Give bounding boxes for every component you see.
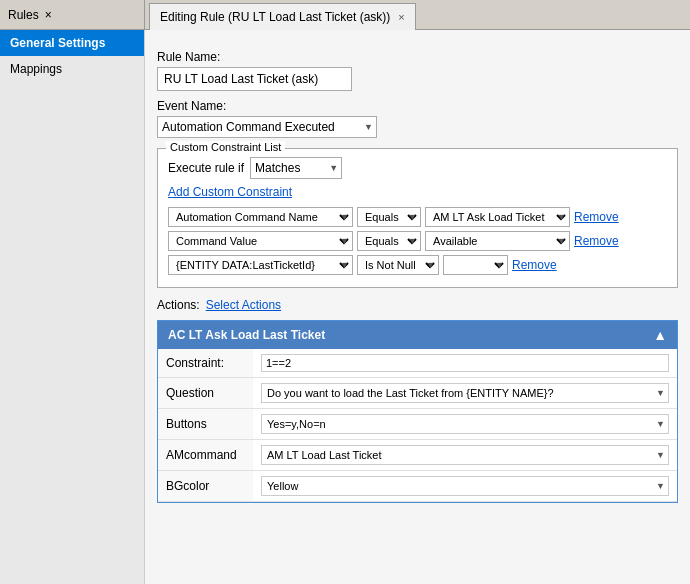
- execute-rule-label: Execute rule if: [168, 161, 244, 175]
- constraint-row-2: Automation Command Name Command Value {E…: [168, 255, 667, 275]
- remove-link-0[interactable]: Remove: [574, 210, 619, 224]
- action-row-question: Question Do you want to load the Last Ti…: [158, 378, 677, 409]
- tab-bar: Rules × Editing Rule (RU LT Load Last Ti…: [0, 0, 690, 30]
- constraint-box-title: Custom Constraint List: [166, 141, 285, 153]
- sidebar-general-label: General Settings: [10, 36, 105, 50]
- remove-link-2[interactable]: Remove: [512, 258, 557, 272]
- buttons-select-wrapper: Yes=y,No=n: [261, 414, 669, 434]
- sidebar-mappings-label: Mappings: [10, 62, 62, 76]
- value-select-0[interactable]: AM LT Ask Load Ticket: [425, 207, 570, 227]
- action-row-constraint: Constraint:: [158, 349, 677, 378]
- action-row-constraint-label: Constraint:: [158, 349, 253, 378]
- action-table: Constraint: Question Do you want to load…: [158, 349, 677, 502]
- action-row-question-label: Question: [158, 378, 253, 409]
- left-tab-close[interactable]: ×: [45, 8, 52, 22]
- field-select-wrapper-0: Automation Command Name Command Value {E…: [168, 207, 353, 227]
- action-row-bgcolor-label: BGcolor: [158, 471, 253, 502]
- question-select-wrapper: Do you want to load the Last Ticket from…: [261, 383, 669, 403]
- field-select-0[interactable]: Automation Command Name Command Value {E…: [168, 207, 353, 227]
- action-row-buttons-value: Yes=y,No=n: [253, 409, 677, 440]
- event-name-select[interactable]: Automation Command Executed: [157, 116, 377, 138]
- rule-name-input[interactable]: [157, 67, 352, 91]
- left-tab-label: Rules: [8, 8, 39, 22]
- value-select-2[interactable]: [443, 255, 508, 275]
- actions-row: Actions: Select Actions: [157, 298, 678, 312]
- action-block: AC LT Ask Load Last Ticket ▲ Constraint:…: [157, 320, 678, 503]
- matches-wrapper: Matches Not Matches: [250, 157, 342, 179]
- select-actions-link[interactable]: Select Actions: [206, 298, 281, 312]
- operator-select-wrapper-1: Equals Not Equals: [357, 231, 421, 251]
- actions-label: Actions:: [157, 298, 200, 312]
- action-row-amcommand-label: AMcommand: [158, 440, 253, 471]
- execute-rule-row: Execute rule if Matches Not Matches: [168, 157, 667, 179]
- action-row-amcommand: AMcommand AM LT Load Last Ticket: [158, 440, 677, 471]
- value-select-wrapper-1: Available: [425, 231, 570, 251]
- action-block-title: AC LT Ask Load Last Ticket: [168, 328, 325, 342]
- constraint-row-0: Automation Command Name Command Value {E…: [168, 207, 667, 227]
- sidebar: General Settings Mappings: [0, 30, 145, 584]
- amcommand-select[interactable]: AM LT Load Last Ticket: [261, 445, 669, 465]
- operator-select-wrapper-2: Equals Is Not Null Is Null: [357, 255, 439, 275]
- action-row-bgcolor-value: Yellow: [253, 471, 677, 502]
- constraint-value-input[interactable]: [261, 354, 669, 372]
- main-tab-close[interactable]: ×: [398, 11, 404, 23]
- app-container: Rules × Editing Rule (RU LT Load Last Ti…: [0, 0, 690, 584]
- event-name-wrapper: Automation Command Executed: [157, 116, 377, 138]
- left-tab[interactable]: Rules ×: [0, 0, 145, 29]
- action-row-bgcolor: BGcolor Yellow: [158, 471, 677, 502]
- bgcolor-select[interactable]: Yellow: [261, 476, 669, 496]
- amcommand-select-wrapper: AM LT Load Last Ticket: [261, 445, 669, 465]
- field-select-wrapper-1: Automation Command Name Command Value {E…: [168, 231, 353, 251]
- action-row-amcommand-value: AM LT Load Last Ticket: [253, 440, 677, 471]
- value-select-1[interactable]: Available: [425, 231, 570, 251]
- value-select-wrapper-2: [443, 255, 508, 275]
- sidebar-item-general-settings[interactable]: General Settings: [0, 30, 144, 56]
- question-select[interactable]: Do you want to load the Last Ticket from…: [261, 383, 669, 403]
- operator-select-2[interactable]: Equals Is Not Null Is Null: [357, 255, 439, 275]
- constraint-box: Custom Constraint List Execute rule if M…: [157, 148, 678, 288]
- action-block-collapse-icon[interactable]: ▲: [653, 327, 667, 343]
- action-row-buttons: Buttons Yes=y,No=n: [158, 409, 677, 440]
- rule-name-label: Rule Name:: [157, 50, 678, 64]
- sidebar-item-mappings[interactable]: Mappings: [0, 56, 144, 82]
- action-row-question-value: Do you want to load the Last Ticket from…: [253, 378, 677, 409]
- action-block-header: AC LT Ask Load Last Ticket ▲: [158, 321, 677, 349]
- bgcolor-select-wrapper: Yellow: [261, 476, 669, 496]
- remove-link-1[interactable]: Remove: [574, 234, 619, 248]
- field-select-wrapper-2: Automation Command Name Command Value {E…: [168, 255, 353, 275]
- value-select-wrapper-0: AM LT Ask Load Ticket: [425, 207, 570, 227]
- add-constraint-link[interactable]: Add Custom Constraint: [168, 185, 667, 199]
- content-area: Rule Name: Event Name: Automation Comman…: [145, 30, 690, 584]
- constraint-row-1: Automation Command Name Command Value {E…: [168, 231, 667, 251]
- action-row-buttons-label: Buttons: [158, 409, 253, 440]
- main-area: General Settings Mappings Rule Name: Eve…: [0, 30, 690, 584]
- operator-select-1[interactable]: Equals Not Equals: [357, 231, 421, 251]
- action-row-constraint-value: [253, 349, 677, 378]
- field-select-2[interactable]: Automation Command Name Command Value {E…: [168, 255, 353, 275]
- matches-select[interactable]: Matches Not Matches: [250, 157, 342, 179]
- field-select-1[interactable]: Automation Command Name Command Value {E…: [168, 231, 353, 251]
- buttons-select[interactable]: Yes=y,No=n: [261, 414, 669, 434]
- main-tab-label: Editing Rule (RU LT Load Last Ticket (as…: [160, 10, 390, 24]
- operator-select-wrapper-0: Equals Not Equals: [357, 207, 421, 227]
- event-name-label: Event Name:: [157, 99, 678, 113]
- main-tab[interactable]: Editing Rule (RU LT Load Last Ticket (as…: [149, 3, 416, 30]
- operator-select-0[interactable]: Equals Not Equals: [357, 207, 421, 227]
